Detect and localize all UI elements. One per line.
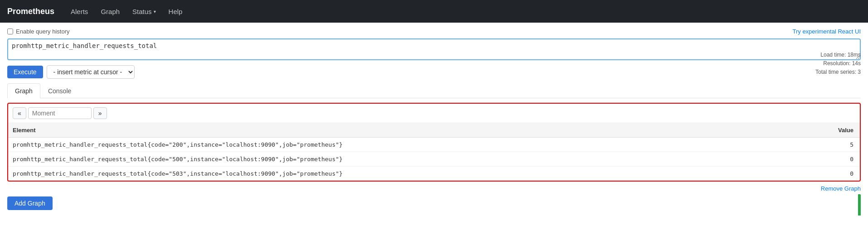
navbar: Prometheus Alerts Graph Status ▾ Help: [0, 0, 868, 23]
main-content: Enable query history Try experimental Re…: [0, 23, 868, 215]
enable-history-label[interactable]: Enable query history: [7, 28, 70, 35]
nav-link-graph[interactable]: Graph: [95, 4, 125, 19]
col-value-header: Value: [824, 123, 860, 138]
enable-history-checkbox[interactable]: [7, 29, 13, 34]
remove-graph-link[interactable]: Remove Graph: [821, 185, 861, 192]
react-ui-link[interactable]: Try experimental React UI: [792, 28, 861, 35]
green-sidebar-indicator: [858, 194, 861, 215]
tabs: Graph Console: [7, 83, 861, 98]
stats-panel: Load time: 18ms Resolution: 14s Total ti…: [815, 51, 861, 77]
status-caret-icon: ▾: [154, 9, 156, 14]
table-cell-value: 0: [824, 152, 860, 167]
top-row: Enable query history Try experimental Re…: [7, 28, 861, 35]
table-row: promhttp_metric_handler_requests_total{c…: [8, 138, 860, 152]
load-time-stat: Load time: 18ms: [815, 51, 861, 59]
table-cell-value: 5: [824, 138, 860, 152]
col-element-header: Element: [8, 123, 824, 138]
execute-row: Execute - insert metric at cursor -: [7, 65, 861, 79]
results-table: Element Value promhttp_metric_handler_re…: [8, 123, 860, 181]
nav-link-alerts[interactable]: Alerts: [65, 4, 93, 19]
nav-brand[interactable]: Prometheus: [7, 7, 54, 16]
add-graph-button[interactable]: Add Graph: [7, 196, 53, 210]
moment-input[interactable]: [28, 107, 92, 119]
insert-metric-select[interactable]: - insert metric at cursor -: [47, 65, 135, 79]
table-row: promhttp_metric_handler_requests_total{c…: [8, 167, 860, 181]
time-controls: « »: [8, 104, 860, 123]
table-cell-value: 0: [824, 167, 860, 181]
table-row: promhttp_metric_handler_requests_total{c…: [8, 152, 860, 167]
remove-graph-row: Remove Graph: [7, 185, 861, 192]
table-body: promhttp_metric_handler_requests_total{c…: [8, 138, 860, 181]
next-time-button[interactable]: »: [93, 107, 107, 119]
total-series-stat: Total time series: 3: [815, 68, 861, 77]
execute-button[interactable]: Execute: [7, 66, 43, 78]
query-input[interactable]: [7, 38, 861, 60]
table-header-row: Element Value: [8, 123, 860, 138]
table-cell-element: promhttp_metric_handler_requests_total{c…: [8, 167, 824, 181]
graph-panel: « » Element Value promhttp_metric_handle…: [7, 103, 861, 182]
tab-console[interactable]: Console: [40, 83, 79, 98]
nav-links: Alerts Graph Status ▾ Help: [65, 4, 188, 19]
table-cell-element: promhttp_metric_handler_requests_total{c…: [8, 138, 824, 152]
prev-time-button[interactable]: «: [13, 107, 26, 119]
tab-graph[interactable]: Graph: [7, 83, 40, 98]
nav-link-help[interactable]: Help: [163, 4, 188, 19]
nav-dropdown-status[interactable]: Status ▾: [127, 4, 161, 19]
table-cell-element: promhttp_metric_handler_requests_total{c…: [8, 152, 824, 167]
resolution-stat: Resolution: 14s: [815, 59, 861, 68]
